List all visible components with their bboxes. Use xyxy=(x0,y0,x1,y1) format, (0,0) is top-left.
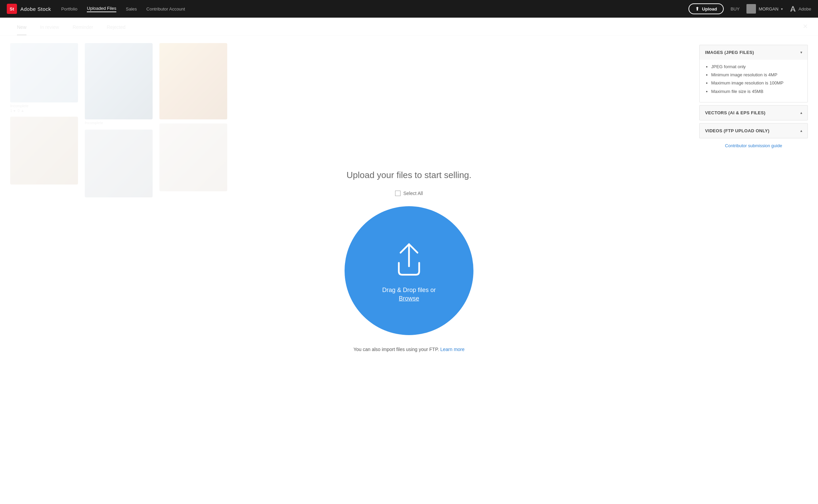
buy-link[interactable]: BUY xyxy=(731,6,740,12)
accordion-images: IMAGES (JPEG FILES) ▾ JPEG format only M… xyxy=(699,45,808,102)
list-item: Maximum image resolution is 100MP xyxy=(711,80,802,86)
logo-initials: St xyxy=(10,6,14,12)
accordion-images-title: IMAGES (JPEG FILES) xyxy=(705,50,754,55)
accordion-vectors: VECTORS (AI & EPS FILES) ▴ xyxy=(699,105,808,120)
upload-icon: ⬆ xyxy=(695,6,699,12)
accordion-images-header[interactable]: IMAGES (JPEG FILES) ▾ xyxy=(700,45,807,60)
chevron-up-icon: ▴ xyxy=(800,129,802,133)
upload-arrow-icon xyxy=(392,239,426,280)
accordion-images-content: JPEG format only Minimum image resolutio… xyxy=(700,60,807,102)
list-item: JPEG format only xyxy=(711,64,802,70)
brand-name: Adobe Stock xyxy=(20,6,51,12)
accordion-videos-title: VIDEOS (FTP UPLOAD ONLY) xyxy=(705,128,770,133)
learn-more-link[interactable]: Learn more xyxy=(440,347,465,352)
list-item: Maximum file size is 45MB xyxy=(711,89,802,95)
ftp-label: You can also import files using your FTP… xyxy=(353,347,439,352)
submission-guide: Contributor submission guide xyxy=(699,142,808,149)
select-all-label[interactable]: Select All xyxy=(403,191,423,196)
chevron-up-icon: ▴ xyxy=(800,111,802,115)
nav-portfolio[interactable]: Portfolio xyxy=(61,6,78,12)
upload-button-label: Upload xyxy=(702,6,717,12)
main-content: New In review Reminder Rejected ✕ Incomp… xyxy=(0,18,818,504)
accordion-vectors-header[interactable]: VECTORS (AI & EPS FILES) ▴ xyxy=(700,105,807,120)
adobe-label: Adobe xyxy=(798,6,811,12)
chevron-down-icon: ▾ xyxy=(800,51,802,54)
nav-uploaded-files[interactable]: Uploaded Files xyxy=(87,6,116,12)
adobe-logo: Adobe xyxy=(790,5,811,12)
select-all-area: Select All xyxy=(395,191,423,196)
adobe-icon xyxy=(790,5,796,12)
upload-button[interactable]: ⬆ Upload xyxy=(688,3,724,14)
drop-text: Drag & Drop files or xyxy=(382,287,436,294)
drop-zone[interactable]: Drag & Drop files or Browse xyxy=(345,206,473,335)
user-avatar xyxy=(746,4,756,14)
browse-link[interactable]: Browse xyxy=(399,295,419,302)
nav-contributor-account[interactable]: Contributor Account xyxy=(147,6,185,12)
accordion-vectors-title: VECTORS (AI & EPS FILES) xyxy=(705,110,765,115)
right-panel: IMAGES (JPEG FILES) ▾ JPEG format only M… xyxy=(699,45,808,149)
navbar: St Adobe Stock Portfolio Uploaded Files … xyxy=(0,0,818,18)
user-name: MORGAN xyxy=(759,6,779,12)
navbar-right: ⬆ Upload BUY MORGAN ▾ Adobe xyxy=(688,3,811,14)
upload-title: Upload your files to start selling. xyxy=(347,170,472,180)
nav-sales[interactable]: Sales xyxy=(126,6,137,12)
accordion-videos-header[interactable]: VIDEOS (FTP UPLOAD ONLY) ▴ xyxy=(700,123,807,138)
logo-box: St xyxy=(7,4,17,14)
select-all-checkbox[interactable] xyxy=(395,191,401,196)
images-requirements-list: JPEG format only Minimum image resolutio… xyxy=(705,64,802,95)
nav-links: Portfolio Uploaded Files Sales Contribut… xyxy=(61,6,689,12)
user-menu[interactable]: MORGAN ▾ xyxy=(746,4,783,14)
list-item: Minimum image resolution is 4MP xyxy=(711,72,802,78)
ftp-text: You can also import files using your FTP… xyxy=(353,347,465,352)
brand-logo[interactable]: St Adobe Stock xyxy=(7,4,51,14)
chevron-down-icon: ▾ xyxy=(781,7,783,11)
accordion-videos: VIDEOS (FTP UPLOAD ONLY) ▴ xyxy=(699,123,808,138)
submission-guide-link[interactable]: Contributor submission guide xyxy=(725,143,782,148)
upload-overlay: Upload your files to start selling. Sele… xyxy=(0,18,818,504)
